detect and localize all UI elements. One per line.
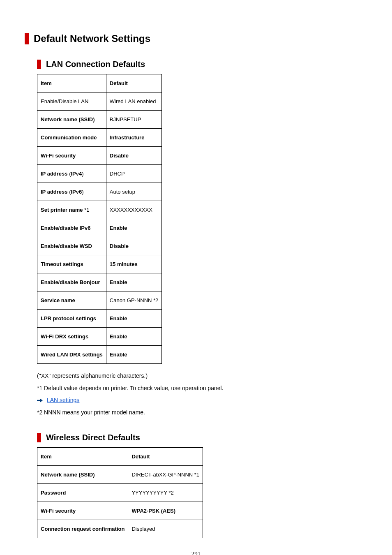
table-row: Network name (SSID)DIRECT-abXX-GP-NNNN *… [37, 466, 203, 484]
table-row: Timeout settings15 minutes [37, 255, 162, 273]
col-item: Item [37, 448, 128, 466]
table-row: Communication modeInfrastructure [37, 129, 162, 147]
section-heading: Wireless Direct Defaults [46, 433, 367, 442]
cell-default: DIRECT-abXX-GP-NNNN *1 [128, 466, 203, 484]
cell-default: Canon GP-NNNN *2 [106, 291, 162, 310]
cell-default: Enable [106, 310, 162, 328]
cell-default: Enable [106, 328, 162, 346]
note-star2: *2 NNNN means your printer model name. [37, 409, 367, 417]
cell-item: Enable/disable Bonjour [37, 273, 106, 291]
table-row: Set printer name *1XXXXXXXXXXXX [37, 201, 162, 219]
cell-item: IP address (IPv6) [37, 183, 106, 201]
table-row: Wi-Fi DRX settingsEnable [37, 328, 162, 346]
cell-item: Set printer name *1 [37, 201, 106, 219]
cell-item: Enable/disable WSD [37, 237, 106, 255]
col-item: Item [37, 74, 106, 92]
cell-item: IP address (IPv4) [37, 165, 106, 183]
cell-default: Displayed [128, 520, 203, 538]
table-row: Enable/Disable LANWired LAN enabled [37, 92, 162, 111]
note-xx: ("XX" represents alphanumeric characters… [37, 372, 367, 380]
page-title-block: Default Network Settings [25, 33, 367, 44]
table-row: IP address (IPv6)Auto setup [37, 183, 162, 201]
table-row: LPR protocol settingsEnable [37, 310, 162, 328]
section-wireless-defaults-heading: Wireless Direct Defaults [37, 433, 367, 442]
table-row: Wi-Fi securityDisable [37, 147, 162, 165]
cell-item: Wired LAN DRX settings [37, 346, 106, 364]
table-row: Service nameCanon GP-NNNN *2 [37, 291, 162, 310]
cell-default: XXXXXXXXXXXX [106, 201, 162, 219]
table-row: Network name (SSID)BJNPSETUP [37, 111, 162, 129]
cell-item: Network name (SSID) [37, 111, 106, 129]
cell-item: LPR protocol settings [37, 310, 106, 328]
table-row: Enable/disable IPv6Enable [37, 219, 162, 237]
cell-default: Wired LAN enabled [106, 92, 162, 111]
table-row: Enable/disable BonjourEnable [37, 273, 162, 291]
table-row: Enable/disable WSDDisable [37, 237, 162, 255]
cell-item: Enable/disable IPv6 [37, 219, 106, 237]
cell-default: Disable [106, 237, 162, 255]
page-title: Default Network Settings [34, 33, 367, 44]
table-row: PasswordYYYYYYYYYY *2 [37, 484, 203, 502]
lan-defaults-table: Item Default Enable/Disable LANWired LAN… [37, 74, 162, 364]
table-header-row: Item Default [37, 74, 162, 92]
cell-default: DHCP [106, 165, 162, 183]
note-star1: *1 Default value depends on printer. To … [37, 384, 367, 393]
cell-item: Network name (SSID) [37, 466, 128, 484]
arrow-right-icon [37, 398, 43, 403]
wireless-defaults-table: Item Default Network name (SSID)DIRECT-a… [37, 447, 203, 538]
cell-item: Wi-Fi security [37, 147, 106, 165]
cell-default: WPA2-PSK (AES) [128, 502, 203, 520]
cell-item: Wi-Fi security [37, 502, 128, 520]
cell-item: Wi-Fi DRX settings [37, 328, 106, 346]
table-row: IP address (IPv4)DHCP [37, 165, 162, 183]
title-underline [25, 47, 367, 47]
table-row: Wi-Fi securityWPA2-PSK (AES) [37, 502, 203, 520]
section-heading: LAN Connection Defaults [46, 60, 367, 69]
cell-item: Enable/Disable LAN [37, 92, 106, 111]
cell-item: Connection request confirmation [37, 520, 128, 538]
page-number: 291 [25, 550, 367, 555]
section-lan-defaults-heading: LAN Connection Defaults [37, 60, 367, 69]
cell-item: Communication mode [37, 129, 106, 147]
cell-default: 15 minutes [106, 255, 162, 273]
cell-default: Auto setup [106, 183, 162, 201]
table-header-row: Item Default [37, 448, 203, 466]
cell-default: BJNPSETUP [106, 111, 162, 129]
lan-settings-link-row: LAN settings [37, 396, 367, 405]
table-row: Connection request confirmationDisplayed [37, 520, 203, 538]
cell-default: Enable [106, 219, 162, 237]
cell-item: Password [37, 484, 128, 502]
col-default: Default [128, 448, 203, 466]
cell-default: Infrastructure [106, 129, 162, 147]
cell-item: Service name [37, 291, 106, 310]
col-default: Default [106, 74, 162, 92]
lan-settings-link[interactable]: LAN settings [47, 396, 79, 405]
cell-default: Enable [106, 273, 162, 291]
table-row: Wired LAN DRX settingsEnable [37, 346, 162, 364]
cell-item: Timeout settings [37, 255, 106, 273]
notes-block: ("XX" represents alphanumeric characters… [37, 372, 367, 416]
cell-default: Disable [106, 147, 162, 165]
cell-default: Enable [106, 346, 162, 364]
cell-default: YYYYYYYYYY *2 [128, 484, 203, 502]
